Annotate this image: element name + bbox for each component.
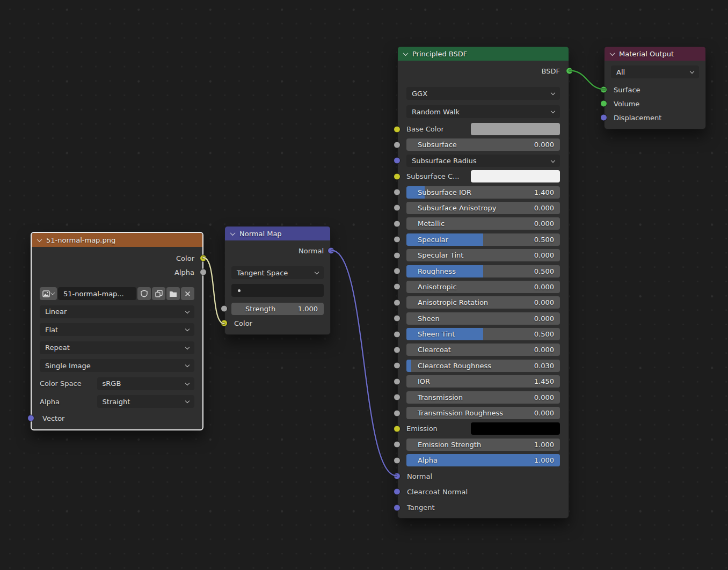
image-name-field[interactable]: 51-normal-map...: [58, 287, 136, 300]
unlink-image-button[interactable]: [181, 287, 194, 300]
bsdf-anisotropic-rotation-value: 0.000: [534, 298, 554, 306]
bsdf-anisotropic-slider[interactable]: Anisotropic0.000: [406, 281, 560, 293]
bsdf-clearcoat-roughness-socket[interactable]: [394, 362, 401, 369]
bsdf-tangent-socket[interactable]: [394, 504, 401, 511]
bsdf-clearcoat-roughness-slider[interactable]: Clearcoat Roughness0.030: [406, 360, 560, 372]
strength-input-socket[interactable]: [221, 305, 228, 312]
principled-bsdf-header[interactable]: Principled BSDF: [398, 47, 569, 61]
bsdf-subsurface-c-socket[interactable]: [394, 173, 401, 180]
bsdf-sheen-slider[interactable]: Sheen0.000: [406, 312, 560, 325]
distribution-dropdown[interactable]: GGX: [406, 87, 560, 100]
open-image-button[interactable]: [166, 287, 180, 300]
output-target-dropdown[interactable]: All: [611, 65, 699, 78]
alpha-dropdown[interactable]: Straight: [97, 395, 194, 408]
bsdf-subsurface-socket[interactable]: [394, 141, 401, 148]
bsdf-row-ior: IOR1.450: [406, 375, 560, 388]
bsdf-emission-strength-slider[interactable]: Emission Strength1.000: [406, 439, 560, 451]
bsdf-transmission-roughness-slider[interactable]: Transmission Roughness0.000: [406, 407, 560, 419]
collapse-chevron-icon[interactable]: [403, 50, 409, 56]
bsdf-subsurface-anisotropy-slider[interactable]: Subsurface Anisotropy0.000: [406, 202, 560, 214]
node-normal-map[interactable]: Normal Map Normal Tangent Space Strength…: [224, 226, 331, 335]
image-texture-alpha-socket[interactable]: [200, 269, 207, 276]
bsdf-alpha-slider[interactable]: Alpha1.000: [406, 454, 560, 466]
bsdf-transmission-slider[interactable]: Transmission0.000: [406, 391, 560, 404]
bsdf-ior-slider[interactable]: IOR1.450: [406, 375, 560, 388]
new-image-button[interactable]: [152, 287, 165, 300]
bsdf-roughness-socket[interactable]: [394, 268, 401, 275]
bsdf-subsurface-ior-socket[interactable]: [394, 189, 401, 196]
bsdf-base-color-color-swatch[interactable]: [471, 123, 560, 135]
texture-row-alpha: AlphaStraight: [40, 395, 194, 408]
copy-icon: [155, 290, 163, 297]
bsdf-subsurface-value: 0.000: [534, 141, 554, 149]
bsdf-metallic-socket[interactable]: [394, 220, 401, 227]
color-space-dropdown[interactable]: sRGB: [97, 377, 194, 390]
bsdf-subsurface-slider[interactable]: Subsurface0.000: [406, 138, 560, 151]
subsurface-method-dropdown[interactable]: Random Walk: [406, 105, 560, 118]
bsdf-specular-socket[interactable]: [394, 236, 401, 243]
image-texture-header[interactable]: 51-normal-map.png: [32, 233, 202, 247]
bsdf-emission-socket[interactable]: [394, 425, 401, 432]
bsdf-anisotropic-socket[interactable]: [394, 283, 401, 290]
bsdf-emission-strength-socket[interactable]: [394, 441, 401, 448]
collapse-chevron-icon[interactable]: [610, 50, 615, 56]
texture-dropdown-repeat[interactable]: Repeat: [40, 341, 194, 354]
bsdf-anisotropic-rotation-slider[interactable]: Anisotropic Rotation0.000: [406, 296, 560, 309]
image-texture-color-socket[interactable]: [200, 255, 207, 262]
shader-node-editor-canvas[interactable]: 51-normal-map.png ColorAlpha 51-normal-m…: [0, 0, 728, 570]
collapse-chevron-icon[interactable]: [37, 237, 42, 242]
bsdf-clearcoat-normal-socket[interactable]: [394, 488, 401, 495]
normal-map-color-socket[interactable]: [221, 320, 228, 327]
bsdf-anisotropic-rotation-socket[interactable]: [394, 299, 401, 306]
node-principled-bsdf[interactable]: Principled BSDF BSDF GGX Random Walk Bas…: [397, 46, 569, 518]
normal-map-normal-socket[interactable]: [327, 247, 334, 254]
bsdf-emission-color-swatch[interactable]: [471, 422, 560, 435]
wire-bsdf-output-to-material-surface[interactable]: [570, 71, 605, 90]
material-output-volume-socket[interactable]: [600, 100, 607, 107]
collapse-chevron-icon[interactable]: [230, 230, 236, 236]
bsdf-alpha-socket[interactable]: [394, 457, 401, 464]
bsdf-clearcoat-socket[interactable]: [394, 346, 401, 353]
wire-image-texture-color-to-normal-map-color[interactable]: [203, 258, 224, 324]
bsdf-specular-tint-socket[interactable]: [394, 252, 401, 259]
folder-icon: [169, 290, 177, 297]
image-datablock-button[interactable]: [40, 287, 57, 300]
bsdf-metallic-slider[interactable]: Metallic0.000: [406, 217, 560, 230]
bsdf-sheen-tint-slider[interactable]: Sheen Tint0.500: [406, 328, 560, 340]
bsdf-subsurface-ior-slider[interactable]: Subsurface IOR1.400: [406, 186, 560, 199]
bsdf-transmission-socket[interactable]: [394, 394, 401, 401]
material-output-header[interactable]: Material Output: [605, 47, 705, 61]
material-output-surface-socket[interactable]: [600, 86, 607, 93]
material-output-displacement-socket[interactable]: [600, 114, 607, 121]
bsdf-output-socket[interactable]: [566, 68, 573, 75]
strength-slider[interactable]: Strength 1.000: [231, 303, 324, 315]
bsdf-subsurface-anisotropy-socket[interactable]: [394, 204, 401, 211]
node-image-texture[interactable]: 51-normal-map.png ColorAlpha 51-normal-m…: [31, 232, 203, 430]
bsdf-subsurface-radius-socket[interactable]: [394, 157, 401, 164]
wire-normal-map-normal-to-bsdf-normal[interactable]: [332, 251, 396, 476]
dropdown-value: Flat: [45, 326, 58, 334]
bsdf-sheen-socket[interactable]: [394, 315, 401, 322]
bsdf-subsurface-c-color-swatch[interactable]: [471, 170, 560, 182]
bsdf-sheen-tint-socket[interactable]: [394, 331, 401, 338]
bsdf-ior-socket[interactable]: [394, 378, 401, 385]
bsdf-specular-slider[interactable]: Specular0.500: [406, 233, 560, 246]
bsdf-base-color-socket[interactable]: [394, 126, 401, 133]
texture-dropdown-flat[interactable]: Flat: [40, 323, 194, 336]
texture-dropdown-linear[interactable]: Linear: [40, 305, 194, 318]
chevron-down-icon: [551, 158, 555, 163]
bsdf-transmission-roughness-socket[interactable]: [394, 410, 401, 416]
uv-map-field[interactable]: [231, 284, 324, 297]
bsdf-specular-tint-slider[interactable]: Specular Tint0.000: [406, 249, 560, 261]
fake-user-button[interactable]: [137, 287, 151, 300]
bsdf-roughness-slider[interactable]: Roughness0.500: [406, 265, 560, 277]
normal-map-space-dropdown[interactable]: Tangent Space: [231, 266, 324, 279]
bsdf-clearcoat-slider[interactable]: Clearcoat0.000: [406, 344, 560, 356]
bsdf-normal-socket[interactable]: [394, 473, 401, 480]
normal-map-header[interactable]: Normal Map: [225, 226, 330, 240]
texture-dropdown-single-image[interactable]: Single Image: [40, 359, 194, 372]
image-texture-vector-socket[interactable]: [27, 415, 34, 422]
node-material-output[interactable]: Material Output All SurfaceVolumeDisplac…: [604, 46, 706, 129]
bsdf-subsurface-radius-dropdown[interactable]: Subsurface Radius: [406, 155, 560, 167]
bsdf-transmission-label: Transmission: [418, 393, 463, 401]
